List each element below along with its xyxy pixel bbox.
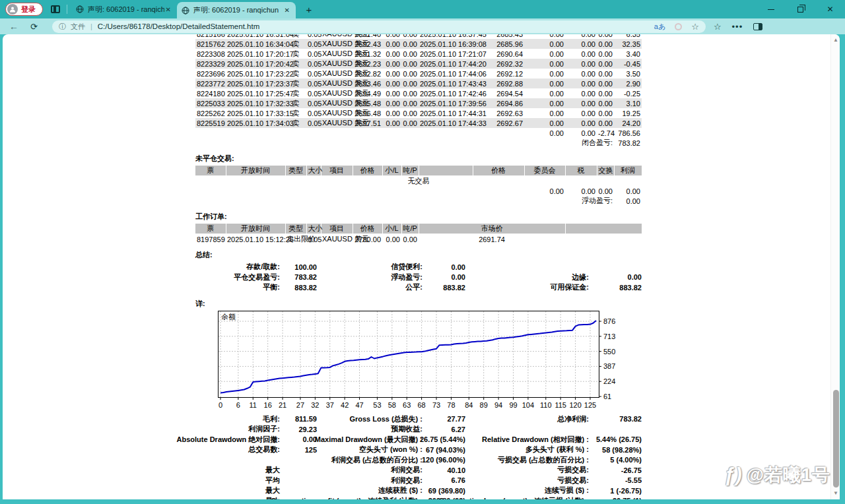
total-cell: 0.00 bbox=[565, 128, 597, 138]
cell: 0.00 bbox=[597, 118, 614, 128]
tab-statement-1[interactable]: 声明: 6062019 - ranqichun ✕ bbox=[71, 0, 177, 18]
cell: 0.00 bbox=[597, 79, 614, 88]
toolbar-right: ☆ ••• bbox=[714, 22, 772, 32]
watermark-logo-icon: ƒ) bbox=[724, 464, 743, 486]
rewards-icon[interactable] bbox=[675, 23, 682, 30]
browser-toolbar: ← ⟳ ⓘ 文件 | C:/Users/86178/Desktop/Detail… bbox=[0, 18, 845, 34]
cell: 0.00 bbox=[382, 79, 401, 88]
header-cell: 大小 bbox=[306, 166, 321, 176]
cell: 0.00 bbox=[401, 79, 419, 88]
cell: 8224180 bbox=[195, 88, 226, 98]
refresh-button[interactable]: ⟳ bbox=[30, 22, 38, 32]
workspaces-icon[interactable] bbox=[51, 5, 60, 13]
cell: 2025.01.10 17:23:37 bbox=[226, 79, 285, 88]
summary-row: 平衡:883.82公平:883.82可用保证金:883.82 bbox=[195, 282, 642, 293]
pl-value: 783.82 bbox=[614, 138, 642, 148]
svg-text:120: 120 bbox=[569, 401, 581, 409]
scrollbar[interactable]: ▲ ▼ bbox=[830, 34, 840, 499]
favorite-star-icon[interactable]: ☆ bbox=[691, 22, 699, 32]
address-bar[interactable]: ⓘ 文件 | C:/Users/86178/Desktop/DetailedSt… bbox=[52, 20, 706, 33]
translate-icon[interactable]: aあ bbox=[654, 22, 665, 32]
cell: 2025.01.10 15:12:25 bbox=[226, 234, 285, 245]
stat-label: 总交易数: bbox=[195, 445, 280, 455]
scroll-down-arrow-icon[interactable]: ▼ bbox=[831, 489, 840, 498]
cell: 2691.40 bbox=[353, 34, 382, 39]
trade-row: 82237722025.01.10 17:23:37卖0.05XAUUSD 美元… bbox=[195, 79, 642, 88]
floating-pl-row: 浮动盈亏:0.00 bbox=[195, 196, 642, 206]
header-cell: 价格 bbox=[473, 166, 524, 176]
stat-value: -26.75 bbox=[589, 466, 642, 474]
cell: 0.00 bbox=[565, 88, 597, 98]
cell: 3.50 bbox=[614, 69, 642, 79]
favorites-bar-icon[interactable]: ☆ bbox=[714, 22, 722, 32]
cell: 0.05 bbox=[306, 79, 321, 88]
new-tab-button[interactable]: + bbox=[302, 4, 316, 15]
scroll-up-arrow-icon[interactable]: ▲ bbox=[831, 36, 840, 45]
cell: 0.00 bbox=[565, 108, 597, 118]
trade-row: 82241802025.01.10 17:25:47卖0.05XAUUSD 美元… bbox=[195, 88, 642, 98]
cell: 0.05 bbox=[306, 98, 321, 108]
svg-text:53: 53 bbox=[373, 401, 381, 409]
cell: 0.00 bbox=[597, 34, 614, 39]
svg-text:224: 224 bbox=[603, 377, 615, 385]
more-options-icon[interactable]: ••• bbox=[732, 22, 743, 32]
svg-text:68: 68 bbox=[418, 401, 426, 409]
summary-rows: 存款/取款:100.00信贷便利:0.00平仓交易盈亏:783.82浮动盈亏:0… bbox=[195, 262, 644, 293]
restore-button[interactable] bbox=[786, 0, 815, 18]
cell: 0.00 bbox=[597, 39, 614, 49]
stat-label: 利润因子: bbox=[195, 424, 280, 434]
cell: 2025.01.10 17:39:56 bbox=[419, 98, 473, 108]
detail-label: 详: bbox=[195, 299, 644, 309]
cell: XAUUSD 美元 bbox=[321, 88, 353, 98]
stat-label: 毛利: bbox=[195, 414, 280, 424]
header-cell: 小/L bbox=[382, 224, 401, 234]
cell: 0.05 bbox=[306, 59, 321, 69]
cell: 0.00 bbox=[565, 39, 597, 49]
cell: 0.00 bbox=[382, 234, 401, 245]
back-button[interactable]: ← bbox=[9, 21, 18, 32]
svg-text:余额: 余额 bbox=[221, 313, 236, 321]
scrollbar-thumb[interactable] bbox=[833, 390, 839, 488]
spacer bbox=[195, 186, 524, 196]
cell: XAUUSD 美元 bbox=[321, 118, 353, 128]
cell: 0.05 bbox=[306, 88, 321, 98]
cell: 2697.51 bbox=[353, 118, 382, 128]
svg-text:78: 78 bbox=[447, 401, 455, 409]
header-cell: 开放时间 bbox=[226, 224, 285, 234]
stat-label: 利润交易: bbox=[317, 465, 422, 475]
window-close-button[interactable]: ✕ bbox=[815, 0, 845, 18]
minimize-button[interactable] bbox=[756, 0, 786, 18]
stat-label: 信贷便利: bbox=[317, 262, 422, 272]
stat-label: Consecutive profit (count) : 连续盈利 (计数) : bbox=[317, 496, 422, 499]
sidebar-icon[interactable] bbox=[753, 23, 762, 30]
stat-value: 125 bbox=[280, 446, 317, 454]
svg-text:387: 387 bbox=[603, 362, 615, 370]
cell: 0.00 bbox=[524, 79, 565, 88]
close-icon[interactable]: ✕ bbox=[164, 6, 172, 13]
header-cell: 类型 bbox=[285, 166, 306, 176]
watermark: ƒ) @若曦1号 bbox=[724, 463, 830, 487]
svg-text:104: 104 bbox=[522, 401, 534, 409]
stat-value: 40.10 bbox=[422, 466, 465, 474]
cell: 2025.01.10 17:44:20 bbox=[419, 59, 473, 69]
cell: 0.00 bbox=[382, 88, 401, 98]
svg-text:21: 21 bbox=[279, 401, 287, 409]
cell: -0.25 bbox=[614, 88, 642, 98]
address-url[interactable]: C:/Users/86178/Desktop/DetailedStatement… bbox=[98, 22, 654, 30]
close-icon[interactable]: ✕ bbox=[283, 7, 291, 14]
total-cell: 0.00 bbox=[565, 186, 597, 196]
statistics-rows: 毛利:811.59Gross Loss (总损失) :27.77总净利润:783… bbox=[195, 414, 644, 500]
profile-login-button[interactable]: 登录 bbox=[5, 3, 43, 16]
tab-title: 声明: 6062019 - ranqichun bbox=[88, 5, 164, 15]
stat-label: Maximal Drawdown (最大回撤) : bbox=[317, 435, 422, 445]
summary-label: 总结: bbox=[195, 250, 644, 260]
tab-statement-2[interactable]: 声明: 6062019 - ranqichun ✕ bbox=[177, 2, 296, 18]
stats-row: Absolute Drawdown 绝对回撤:0.00Maximal Drawd… bbox=[195, 435, 642, 445]
cell: 0.00 bbox=[524, 69, 565, 79]
info-icon[interactable]: ⓘ bbox=[59, 22, 66, 32]
stat-value: 883.82 bbox=[589, 284, 642, 292]
cell: 0.00 bbox=[565, 69, 597, 79]
closed-totals-row: 0.000.00-2.74786.56 bbox=[195, 128, 642, 138]
stat-value: 29.23 bbox=[280, 425, 317, 433]
header-cell bbox=[419, 166, 473, 176]
